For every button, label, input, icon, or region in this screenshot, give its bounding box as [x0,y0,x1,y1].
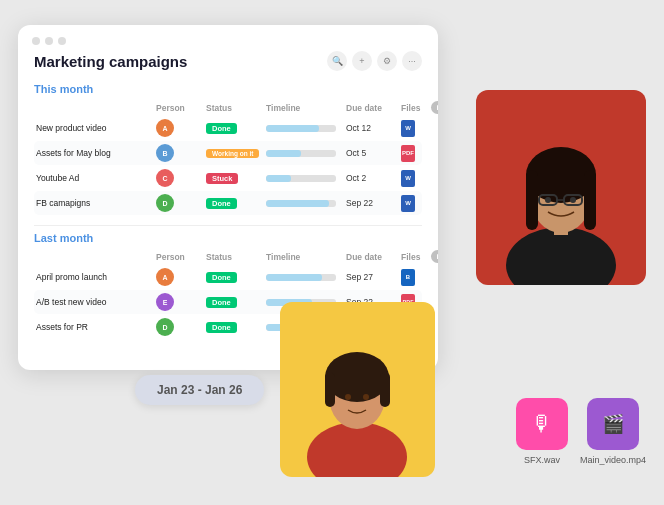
svg-point-7 [506,227,616,285]
row-duedate: Oct 2 [346,173,401,183]
table-this-month: Person Status Timeline Due date Files i … [34,101,422,215]
th-person-2: Person [156,252,206,262]
table-row: April promo launch A Done Sep 27 B [34,265,422,289]
header-icons: 🔍 + ⚙ ··· [327,51,422,71]
row-person: E [156,293,206,311]
avatar: D [156,318,174,336]
status-badge: Done [206,198,237,209]
row-duedate: Sep 27 [346,272,401,282]
person-illustration-red [476,90,646,285]
row-person: A [156,119,206,137]
row-status: Done [206,123,266,134]
row-files: PDF [401,145,431,162]
svg-point-0 [307,422,407,477]
table-header-last-month: Person Status Timeline Due date Files i [34,250,422,265]
svg-point-17 [570,197,576,203]
table-row: Youtube Ad C Stuck Oct 2 W [34,166,422,190]
row-status: Stuck [206,173,266,184]
person-illustration-yellow [280,302,435,477]
window-controls [32,37,66,45]
avatar: C [156,169,174,187]
row-name: April promo launch [36,272,156,282]
video-camera-icon: 🎬 [602,413,624,435]
svg-rect-11 [526,170,538,230]
video-icon-box[interactable]: 🎬 [587,398,639,450]
th-status: Status [206,103,266,113]
dot-yellow [45,37,53,45]
status-badge: Done [206,123,237,134]
status-badge: Stuck [206,173,238,184]
more-icon[interactable]: ··· [402,51,422,71]
status-badge: Done [206,322,237,333]
row-name: Youtube Ad [36,173,156,183]
add-icon[interactable]: + [352,51,372,71]
th-files-2: Files [401,252,431,262]
th-duedate: Due date [346,103,401,113]
info-icon[interactable]: i [431,101,438,114]
row-person: A [156,268,206,286]
row-timeline [266,125,346,132]
row-person: D [156,318,206,336]
row-status: Done [206,198,266,209]
avatar: D [156,194,174,212]
th-status-2: Status [206,252,266,262]
row-timeline [266,274,346,281]
th-info: i [431,101,438,114]
row-status: Done [206,272,266,283]
row-name: Assets for May blog [36,148,156,158]
table-row: FB camapigns D Done Sep 22 W [34,191,422,215]
table-header-this-month: Person Status Timeline Due date Files i [34,101,422,116]
file-icon: W [401,195,415,212]
row-duedate: Oct 12 [346,123,401,133]
status-badge: Done [206,297,237,308]
filter-icon[interactable]: ⚙ [377,51,397,71]
th-duedate-2: Due date [346,252,401,262]
row-files: B [401,269,431,286]
file-icon: W [401,120,415,137]
th-info-2: i [431,250,438,263]
row-person: D [156,194,206,212]
card-title: Marketing campaigns [34,53,187,70]
status-badge: Working on it [206,149,259,158]
avatar: A [156,119,174,137]
th-files: Files [401,103,431,113]
file-icon: W [401,170,415,187]
row-person: B [156,144,206,162]
sfx-label: SFX.wav [524,455,560,465]
media-item-sfx: 🎙 SFX.wav [516,398,568,465]
row-files: W [401,170,431,187]
svg-point-5 [345,394,351,400]
table-row: Assets for May blog B Working on it Oct … [34,141,422,165]
media-files-container: 🎙 SFX.wav 🎬 Main_video.mp4 [516,398,646,465]
svg-point-6 [363,394,369,400]
person-thumbnail-red [476,90,646,285]
media-item-video: 🎬 Main_video.mp4 [580,398,646,465]
row-name: A/B test new video [36,297,156,307]
search-icon[interactable]: 🔍 [327,51,347,71]
dot-green [58,37,66,45]
dot-red [32,37,40,45]
svg-rect-12 [584,170,596,230]
row-timeline [266,175,346,182]
status-badge: Done [206,272,237,283]
microphone-icon: 🎙 [531,411,553,437]
avatar: A [156,268,174,286]
file-icon: B [401,269,415,286]
scene: Marketing campaigns 🔍 + ⚙ ··· This month… [0,0,664,505]
section-this-month: This month [34,83,422,95]
th-timeline-2: Timeline [266,252,346,262]
svg-rect-3 [325,372,335,407]
row-duedate: Sep 22 [346,198,401,208]
svg-rect-4 [380,372,390,407]
info-icon-2[interactable]: i [431,250,438,263]
file-icon: PDF [401,145,415,162]
card-header: Marketing campaigns 🔍 + ⚙ ··· [34,51,422,71]
video-label: Main_video.mp4 [580,455,646,465]
avatar: E [156,293,174,311]
th-person: Person [156,103,206,113]
date-range-pill[interactable]: Jan 23 - Jan 26 [135,375,264,405]
avatar: B [156,144,174,162]
row-status: Working on it [206,148,266,158]
sfx-icon-box[interactable]: 🎙 [516,398,568,450]
row-duedate: Oct 5 [346,148,401,158]
